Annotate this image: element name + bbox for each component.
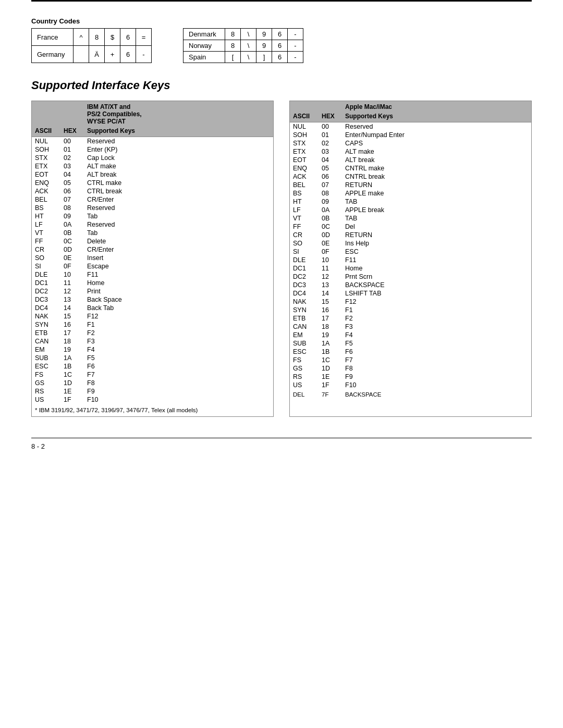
table-row: VT0BTab bbox=[32, 229, 273, 237]
table-row: NAK15F12 bbox=[32, 312, 273, 320]
ibm-hex-cell: 0A bbox=[60, 220, 84, 229]
table-row: ETB17F2 bbox=[32, 329, 273, 337]
ibm-hex-cell: 05 bbox=[60, 179, 84, 187]
apple-key-cell: Reserved bbox=[342, 122, 531, 131]
country-cell: - bbox=[288, 52, 303, 63]
table-row: CAN18F3 bbox=[290, 323, 531, 331]
apple-key-cell: APPLE make bbox=[342, 189, 531, 198]
ibm-key-cell: Back Tab bbox=[84, 304, 273, 312]
country-cell: = bbox=[136, 29, 152, 46]
apple-hex-cell: 15 bbox=[319, 298, 342, 306]
table-row: LF0AReserved bbox=[32, 220, 273, 229]
table-row: EM19F4 bbox=[290, 331, 531, 339]
country-name: France bbox=[32, 29, 74, 46]
table-row: NAK15F12 bbox=[290, 298, 531, 306]
ibm-col-headers-row: ASCII HEX Supported Keys bbox=[32, 126, 273, 137]
country-table-right: Denmark8\96-Norway8\96-Spain[\]6- bbox=[183, 28, 303, 63]
apple-ascii-cell: ETX bbox=[290, 147, 319, 156]
apple-ascii-cell: DC2 bbox=[290, 273, 319, 281]
apple-hex-cell: 1F bbox=[319, 381, 342, 389]
apple-hex-cell: 1D bbox=[319, 364, 342, 373]
table-row: EM19F4 bbox=[32, 346, 273, 354]
apple-key-cell: LSHIFT TAB bbox=[342, 289, 531, 298]
table-row: ETB17F2 bbox=[290, 314, 531, 323]
ibm-key-cell: CTRL break bbox=[84, 187, 273, 195]
ibm-hex-cell: 1D bbox=[60, 379, 84, 387]
apple-ascii-cell: DLE bbox=[290, 256, 319, 264]
apple-ascii-cell: SYN bbox=[290, 306, 319, 314]
apple-key-cell: F4 bbox=[342, 331, 531, 339]
country-cell: 6 bbox=[272, 29, 288, 40]
country-name: Denmark bbox=[183, 29, 225, 40]
ibm-key-cell: F7 bbox=[84, 371, 273, 379]
table-row: ETX03ALT make bbox=[290, 147, 531, 156]
apple-hex-cell: 0E bbox=[319, 239, 342, 248]
ibm-ascii-cell: SUB bbox=[32, 354, 60, 362]
ibm-key-cell: CTRL make bbox=[84, 179, 273, 187]
ibm-hex-cell: 02 bbox=[60, 154, 84, 162]
table-row: NUL00Reserved bbox=[290, 122, 531, 131]
table-row: FS1CF7 bbox=[290, 356, 531, 364]
apple-key-cell: Enter/Numpad Enter bbox=[342, 131, 531, 139]
apple-ascii-cell: BEL bbox=[290, 181, 319, 189]
table-row: VT0BTAB bbox=[290, 214, 531, 223]
ibm-keys-table: IBM AT/XT and PS/2 Compatibles, WYSE PC/… bbox=[32, 101, 273, 416]
ibm-key-cell: F8 bbox=[84, 379, 273, 387]
apple-key-cell: F9 bbox=[342, 373, 531, 381]
country-cell: 6 bbox=[272, 52, 288, 63]
apple-ascii-cell: EOT bbox=[290, 156, 319, 164]
apple-key-cell: Prnt Scrn bbox=[342, 273, 531, 281]
table-row: BEL07RETURN bbox=[290, 181, 531, 189]
apple-ascii-cell: NAK bbox=[290, 298, 319, 306]
apple-key-cell: F12 bbox=[342, 298, 531, 306]
apple-ascii-cell: FF bbox=[290, 223, 319, 231]
table-row: FF0CDelete bbox=[32, 237, 273, 245]
apple-hex-cell: 0A bbox=[319, 206, 342, 214]
table-row: ESC1BF6 bbox=[290, 348, 531, 356]
ibm-ascii-cell: NAK bbox=[32, 312, 60, 320]
ibm-hex-cell: 01 bbox=[60, 145, 84, 154]
country-cell: 6 bbox=[120, 46, 136, 63]
apple-hex-cell: 06 bbox=[319, 172, 342, 181]
ibm-hex-cell: 0C bbox=[60, 237, 84, 245]
ibm-key-cell: Print bbox=[84, 287, 273, 295]
ibm-footnote-row: * IBM 3191/92, 3471/72, 3196/97, 3476/77… bbox=[32, 404, 273, 416]
page-container: Country Codes France^8$6=GermanyÄ+6- Den… bbox=[0, 0, 563, 728]
ibm-key-cell: F2 bbox=[84, 329, 273, 337]
table-row: DC111Home bbox=[32, 279, 273, 287]
table-row: SOH01Enter (KP) bbox=[32, 145, 273, 154]
apple-ascii-cell: CAN bbox=[290, 323, 319, 331]
ibm-key-cell: Home bbox=[84, 279, 273, 287]
apple-hex-cell: 04 bbox=[319, 156, 342, 164]
apple-hex-cell: 0F bbox=[319, 248, 342, 256]
table-row: DEL7FBACKSPACE bbox=[290, 389, 531, 398]
ibm-hex-cell: 1A bbox=[60, 354, 84, 362]
ibm-ascii-cell: DC1 bbox=[32, 279, 60, 287]
apple-keys-table: Apple Mac/iMac ASCII HEX Supported Keys … bbox=[290, 101, 531, 398]
table-row: ACK06CNTRL break bbox=[290, 172, 531, 181]
ibm-key-cell: Reserved bbox=[84, 137, 273, 146]
apple-platform-empty bbox=[290, 101, 342, 112]
country-codes-section: Country Codes France^8$6=GermanyÄ+6- Den… bbox=[31, 17, 532, 63]
ibm-hex-cell: 08 bbox=[60, 204, 84, 212]
table-row: EOT04ALT break bbox=[290, 156, 531, 164]
apple-col-headers-row: ASCII HEX Supported Keys bbox=[290, 112, 531, 122]
table-row: CR0DRETURN bbox=[290, 231, 531, 239]
apple-hex-cell: 1A bbox=[319, 339, 342, 348]
apple-key-cell: F3 bbox=[342, 323, 531, 331]
apple-hex-cell: 18 bbox=[319, 323, 342, 331]
apple-ascii-cell: STX bbox=[290, 139, 319, 147]
country-cell: 6 bbox=[272, 40, 288, 52]
ibm-key-cell: F6 bbox=[84, 362, 273, 371]
table-row: GS1DF8 bbox=[290, 364, 531, 373]
ibm-key-cell: Cap Lock bbox=[84, 154, 273, 162]
ibm-hex-cell: 06 bbox=[60, 187, 84, 195]
ibm-key-cell: CR/Enter bbox=[84, 195, 273, 204]
apple-ascii-cell: ETB bbox=[290, 314, 319, 323]
apple-ascii-cell: DC1 bbox=[290, 264, 319, 273]
ibm-ascii-cell: NUL bbox=[32, 137, 60, 146]
apple-key-cell: F1 bbox=[342, 306, 531, 314]
ibm-ascii-cell: HT bbox=[32, 212, 60, 220]
table-row: SI0FEscape bbox=[32, 262, 273, 270]
apple-ascii-cell: US bbox=[290, 381, 319, 389]
